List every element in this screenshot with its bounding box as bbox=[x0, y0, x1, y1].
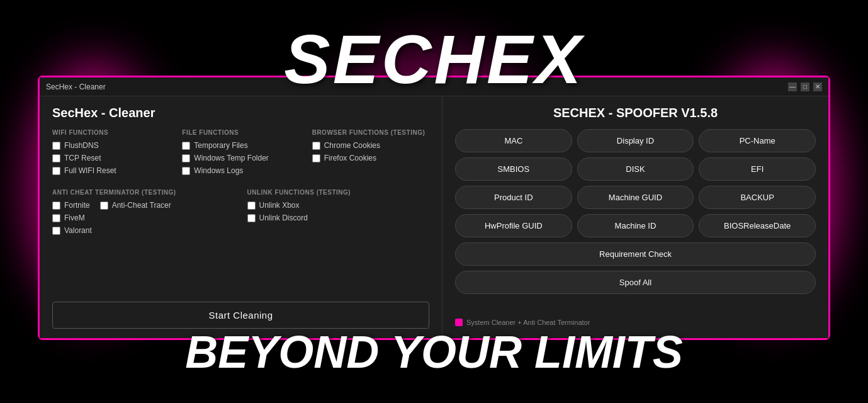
spoofer-title: SECHEX - SPOOFER V1.5.8 bbox=[455, 106, 816, 120]
requirement-check-button[interactable]: Requirement Check bbox=[455, 242, 816, 266]
left-pane: SecHex - Cleaner WIFI FUNCTIONS FlushDNS… bbox=[40, 96, 442, 338]
right-pane: SECHEX - SPOOFER V1.5.8 MAC Display ID P… bbox=[442, 96, 828, 338]
fivem-label: FiveM bbox=[64, 213, 85, 222]
disk-spoof-button[interactable]: DISK bbox=[577, 157, 694, 181]
biosreleasedate-spoof-button[interactable]: BIOSReleaseDate bbox=[699, 214, 816, 237]
wintempfolder-checkbox[interactable] bbox=[182, 154, 190, 162]
backup-spoof-button[interactable]: BACKUP bbox=[699, 186, 816, 209]
pcname-spoof-button[interactable]: PC-Name bbox=[699, 129, 816, 152]
overlay-title: SecHex bbox=[284, 19, 583, 99]
list-item[interactable]: Valorant bbox=[52, 226, 235, 235]
wifi-section-title: WIFI FUNCTIONS bbox=[52, 129, 169, 136]
anticheat-row1: Fortnite Anti-Cheat Tracer bbox=[52, 201, 235, 213]
fullwifi-checkbox[interactable] bbox=[52, 167, 60, 175]
tempfiles-label: Temporary Files bbox=[194, 141, 247, 150]
minimize-button[interactable]: — bbox=[788, 82, 797, 91]
titlebar-controls: — □ ✕ bbox=[788, 82, 822, 91]
list-item[interactable]: Unlink Discord bbox=[247, 213, 430, 222]
chromecookies-checkbox[interactable] bbox=[312, 142, 320, 150]
main-content: SecHex - Cleaner WIFI FUNCTIONS FlushDNS… bbox=[40, 96, 828, 338]
machineid-spoof-button[interactable]: Machine ID bbox=[577, 214, 694, 237]
fortnite-label: Fortnite bbox=[64, 201, 90, 210]
anticheat-section: ANTI CHEAT TERMINATOR (testing) Fortnite… bbox=[52, 189, 235, 239]
anticheat-section-title: ANTI CHEAT TERMINATOR (testing) bbox=[52, 189, 235, 196]
tcpreset-label: TCP Reset bbox=[64, 154, 101, 162]
tempfiles-checkbox[interactable] bbox=[182, 142, 190, 150]
bottom-sections-row: ANTI CHEAT TERMINATOR (testing) Fortnite… bbox=[52, 189, 429, 239]
list-item[interactable]: Fortnite bbox=[52, 201, 90, 210]
list-item[interactable]: FiveM bbox=[52, 213, 235, 222]
unlink-section: UNLINK FUNCTIONS (testing) Unlink Xbox U… bbox=[247, 189, 430, 239]
list-item[interactable]: TCP Reset bbox=[52, 154, 169, 162]
list-item[interactable]: Firefox Cookies bbox=[312, 154, 429, 162]
start-cleaning-button[interactable]: Start Cleaning bbox=[52, 302, 429, 329]
browser-section: BROWSER FUNCTIONS (testing) Chrome Cooki… bbox=[312, 129, 429, 179]
file-section-title: FILE FUNCTIONS bbox=[182, 129, 299, 136]
list-item[interactable]: Chrome Cookies bbox=[312, 141, 429, 150]
titlebar-left-label: SecHex - Cleaner bbox=[46, 82, 106, 91]
mac-spoof-button[interactable]: MAC bbox=[455, 129, 572, 152]
flushdns-checkbox[interactable] bbox=[52, 142, 60, 150]
main-window: SecHex - Cleaner — □ ✕ SecHex - Cleaner … bbox=[38, 76, 830, 340]
wifi-section: WIFI FUNCTIONS FlushDNS TCP Reset Full W… bbox=[52, 129, 169, 179]
list-item[interactable]: FlushDNS bbox=[52, 141, 169, 150]
flushdns-label: FlushDNS bbox=[64, 141, 99, 150]
list-item[interactable]: Full WIFI Reset bbox=[52, 166, 169, 175]
machineguid-spoof-button[interactable]: Machine GUID bbox=[577, 186, 694, 209]
tcpreset-checkbox[interactable] bbox=[52, 154, 60, 162]
fullwifi-label: Full WIFI Reset bbox=[64, 166, 116, 175]
list-item[interactable]: Unlink Xbox bbox=[247, 201, 430, 210]
list-item[interactable]: Temporary Files bbox=[182, 141, 299, 150]
list-item[interactable]: Anti-Cheat Tracer bbox=[100, 201, 171, 210]
firefoxcookies-label: Firefox Cookies bbox=[324, 154, 376, 162]
unlinkdiscord-checkbox[interactable] bbox=[247, 214, 256, 222]
unlinkxbox-checkbox[interactable] bbox=[247, 202, 256, 210]
unlinkdiscord-label: Unlink Discord bbox=[259, 213, 308, 222]
fivem-checkbox[interactable] bbox=[52, 214, 60, 222]
cleaner-title: SecHex - Cleaner bbox=[52, 106, 429, 120]
status-dot-icon bbox=[455, 319, 463, 326]
winlogs-checkbox[interactable] bbox=[182, 167, 190, 175]
firefoxcookies-checkbox[interactable] bbox=[312, 154, 320, 162]
fortnite-checkbox[interactable] bbox=[52, 202, 60, 210]
status-text: System Cleaner + Anti Cheat Terminator bbox=[466, 319, 590, 326]
valorant-checkbox[interactable] bbox=[52, 227, 60, 235]
close-button[interactable]: ✕ bbox=[813, 82, 822, 91]
smbios-spoof-button[interactable]: SMBIOS bbox=[455, 157, 572, 181]
browser-section-title: BROWSER FUNCTIONS (testing) bbox=[312, 129, 429, 136]
unlink-section-title: UNLINK FUNCTIONS (testing) bbox=[247, 189, 430, 196]
anticheattracer-checkbox[interactable] bbox=[100, 202, 108, 210]
list-item[interactable]: Windows Temp Folder bbox=[182, 154, 299, 162]
file-section: FILE FUNCTIONS Temporary Files Windows T… bbox=[182, 129, 299, 179]
overlay-subtitle: Beyond Your Limits bbox=[185, 326, 683, 378]
efi-spoof-button[interactable]: EFI bbox=[699, 157, 816, 181]
anticheattracer-label: Anti-Cheat Tracer bbox=[112, 201, 171, 210]
displayid-spoof-button[interactable]: Display ID bbox=[577, 129, 694, 152]
maximize-button[interactable]: □ bbox=[801, 82, 809, 91]
wintempfolder-label: Windows Temp Folder bbox=[194, 154, 269, 162]
spoof-all-button[interactable]: Spoof All bbox=[455, 271, 816, 294]
winlogs-label: Windows Logs bbox=[194, 166, 243, 175]
spoof-grid: MAC Display ID PC-Name SMBIOS DISK EFI P… bbox=[455, 129, 816, 237]
valorant-label: Valorant bbox=[64, 226, 92, 235]
chromecookies-label: Chrome Cookies bbox=[324, 141, 380, 150]
unlinkxbox-label: Unlink Xbox bbox=[259, 201, 300, 210]
productid-spoof-button[interactable]: Product ID bbox=[455, 186, 572, 209]
hwprofile-spoof-button[interactable]: HwProfile GUID bbox=[455, 214, 572, 237]
top-sections-row: WIFI FUNCTIONS FlushDNS TCP Reset Full W… bbox=[52, 129, 429, 179]
list-item[interactable]: Windows Logs bbox=[182, 166, 299, 175]
